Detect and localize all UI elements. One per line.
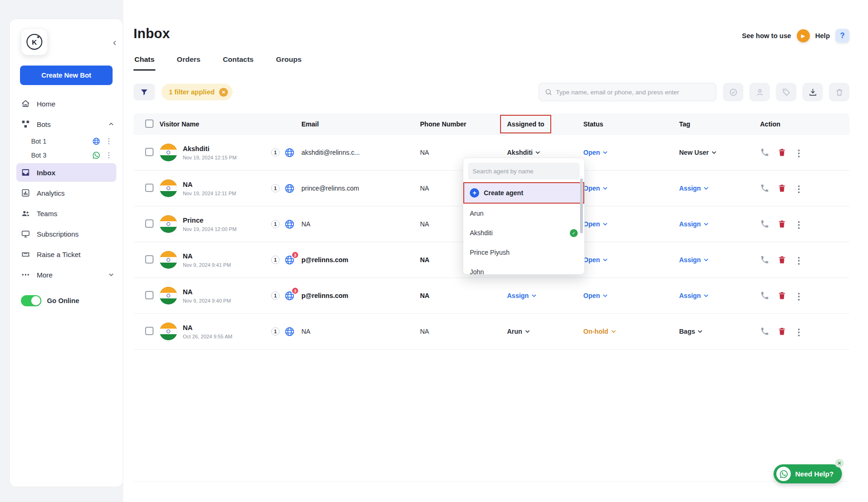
call-icon[interactable] [760,255,769,264]
chevron-up-icon[interactable] [109,123,114,126]
call-icon[interactable] [760,219,769,229]
create-agent-option[interactable]: + Create agent [463,182,584,204]
row-checkbox[interactable] [145,184,154,192]
resolve-button[interactable] [723,83,743,101]
agent-search-input[interactable] [473,168,575,175]
call-icon[interactable] [760,148,769,157]
sidebar-item-analytics[interactable]: Analytics [10,183,123,203]
status-dropdown[interactable]: Open [583,292,608,299]
row-checkbox[interactable] [145,255,154,264]
whatsapp-channel-icon [92,151,100,159]
row-options-icon[interactable]: ⋮ [795,327,803,336]
status-dropdown[interactable]: Open [583,185,608,192]
delete-icon[interactable] [777,184,787,193]
filter-button[interactable] [134,84,155,100]
tag-dropdown[interactable]: Assign [679,256,708,264]
sidebar-item-inbox[interactable]: Inbox [16,163,116,182]
sidebar-label-bots: Bots [37,120,51,128]
delete-icon[interactable] [777,327,787,336]
web-channel-icon [284,219,295,230]
tag-dropdown[interactable]: Assign [679,292,708,299]
row-checkbox[interactable] [145,219,154,228]
tag-button[interactable] [776,83,796,101]
table-row[interactable]: NAOct 26, 2024 9:55 AM1NANAArunOn-holdBa… [134,314,849,350]
help-label[interactable]: Help [815,32,830,40]
tag-dropdown[interactable]: Assign [679,220,708,228]
need-help-close-icon[interactable]: ✕ [835,459,844,468]
row-options-icon[interactable]: ⋮ [795,291,803,300]
delete-icon[interactable] [777,148,787,157]
search-input[interactable] [556,89,710,96]
clear-filter-icon[interactable]: ✕ [219,88,228,97]
tab-chats[interactable]: Chats [134,55,155,71]
table-row[interactable]: NANov 9, 2024 9:40 PM13p@relinns.comNAAs… [134,278,849,314]
assigned-to-dropdown[interactable]: Arun [507,328,530,335]
sidebar-item-subscriptions[interactable]: Subscriptions [10,224,123,244]
delete-icon[interactable] [777,255,787,264]
need-help-button[interactable]: Need Help? ✕ [774,464,842,483]
bot1-options-icon[interactable]: ⋮ [104,138,114,145]
agent-option[interactable]: Akshditi✓ [463,223,584,243]
status-dropdown[interactable]: On-hold [583,328,616,335]
delete-icon[interactable] [777,291,787,300]
bot3-options-icon[interactable]: ⋮ [104,152,114,159]
create-new-bot-button[interactable]: Create New Bot [20,66,113,85]
agent-option[interactable]: John [463,262,584,275]
status-dropdown[interactable]: Open [583,149,608,156]
tag-dropdown[interactable]: New User [679,149,716,156]
web-channel-icon [284,147,295,158]
row-options-icon[interactable]: ⋮ [795,148,803,157]
status-dropdown[interactable]: Open [583,220,608,228]
main-content: Inbox See how to use ▶ Help ? Chats Orde… [123,0,868,502]
call-icon[interactable] [760,291,769,300]
assigned-to-dropdown[interactable]: Akshditi [507,149,540,156]
bot-list-item-3[interactable]: Bot 3 ⋮ [10,148,123,162]
see-how-to-use-label[interactable]: See how to use [742,32,791,40]
bot-list-item-1[interactable]: Bot 1 ⋮ [10,134,123,148]
row-checkbox[interactable] [145,327,154,335]
row-checkbox[interactable] [145,291,154,299]
subscriptions-icon [21,229,30,238]
delete-icon[interactable] [777,219,787,229]
play-video-icon[interactable]: ▶ [797,29,810,42]
row-options-icon[interactable]: ⋮ [795,219,803,229]
tab-contacts[interactable]: Contacts [222,55,254,71]
bulk-action-buttons [723,83,849,101]
bulk-delete-button[interactable] [829,83,849,101]
assign-agent-button[interactable] [749,83,770,101]
search-box [539,83,716,101]
status-dropdown[interactable]: Open [583,256,608,264]
assigned-to-dropdown[interactable]: Assign [507,292,536,299]
row-checkbox[interactable] [145,148,154,156]
dropdown-scrollbar[interactable] [580,178,583,233]
agent-option[interactable]: Prince Piyush [463,243,584,262]
sidebar-item-home[interactable]: Home [10,93,123,114]
tag-dropdown[interactable]: Bags [679,328,702,335]
row-options-icon[interactable]: ⋮ [795,255,803,264]
sidebar-label-home: Home [37,100,55,108]
chevron-down-icon[interactable] [109,273,114,276]
agent-option[interactable]: Arun [463,204,584,223]
tab-orders[interactable]: Orders [176,55,201,71]
sidebar-collapse-icon[interactable]: ‹ [113,38,116,48]
person-icon [755,88,764,97]
row-options-icon[interactable]: ⋮ [795,184,803,193]
email-cell: prince@relinns.com [301,185,420,192]
call-icon[interactable] [760,327,769,336]
col-action: Action [760,120,849,128]
sidebar-item-bots[interactable]: Bots [10,114,123,134]
download-button[interactable] [802,83,823,101]
tag-dropdown[interactable]: Assign [679,185,708,192]
sidebar-item-more[interactable]: More [10,264,123,285]
go-online-toggle[interactable] [21,295,41,306]
call-icon[interactable] [760,184,769,193]
help-question-icon[interactable]: ? [835,29,849,43]
sidebar-item-raise-ticket[interactable]: Raise a Ticket [10,244,123,264]
sidebar-item-teams[interactable]: Teams [10,203,123,224]
home-icon [21,99,30,108]
tab-groups[interactable]: Groups [275,55,302,71]
select-all-checkbox[interactable] [145,119,154,128]
filter-applied-badge: 1 filter applied ✕ [161,84,233,100]
whatsapp-icon [776,467,791,481]
col-email: Email [301,120,420,128]
